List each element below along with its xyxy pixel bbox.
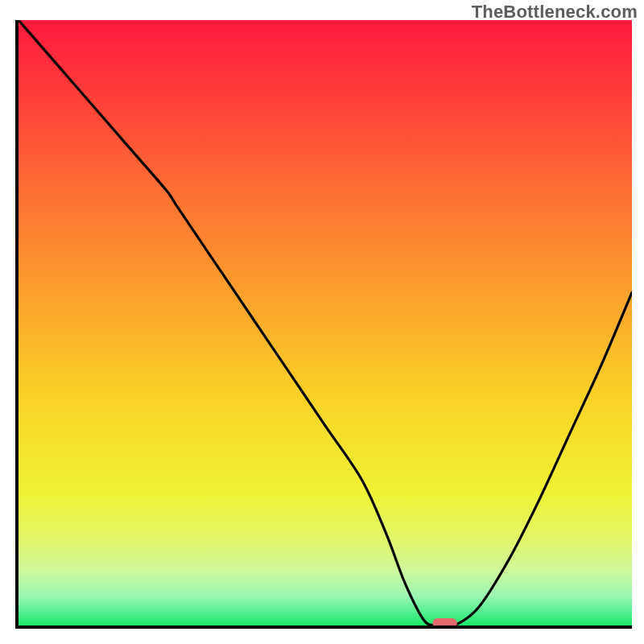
optimum-marker — [432, 618, 456, 625]
x-axis — [15, 625, 632, 629]
optimum-marker-layer — [19, 20, 632, 625]
y-axis — [15, 20, 19, 629]
watermark-text: TheBottleneck.com — [472, 2, 638, 23]
chart-container: TheBottleneck.com — [0, 0, 644, 644]
